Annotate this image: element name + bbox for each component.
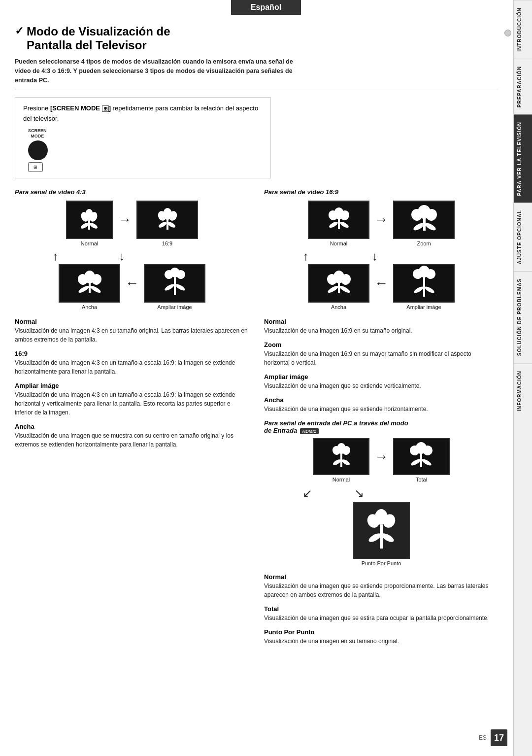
arrow-down-169-43: ↓ xyxy=(119,249,125,263)
title-text: Modo de Visualización dePantalla del Tel… xyxy=(27,25,170,52)
sidebar-tab-introduccion[interactable]: INTRODUCCIÓN xyxy=(514,0,532,59)
pc-section-heading: Para señal de entrada del PC a través de… xyxy=(264,419,499,434)
two-column-layout: Para señal de vídeo 4:3 xyxy=(15,188,499,652)
desc-title-ppp-pc: Punto Por Punto xyxy=(264,628,499,636)
svg-point-28 xyxy=(328,221,338,229)
col-right-169-pc: Para señal de vídeo 16:9 xyxy=(264,188,499,652)
label-ppp-pc: Punto Por Punto xyxy=(362,560,401,566)
screen-mode-key: [SCREEN MODE ⊞] xyxy=(50,104,111,112)
svg-point-46 xyxy=(413,285,424,294)
label-normal-43: Normal xyxy=(81,241,98,246)
desc-text-normal-169: Visualización de una imagen 16:9 en su t… xyxy=(264,326,499,335)
ampliar-image-169 xyxy=(393,264,455,303)
mode-normal-169: Normal xyxy=(308,201,369,246)
mode-169-43: 16:9 xyxy=(136,201,198,246)
tulip-ampliar-43 xyxy=(148,266,202,301)
arrow-down-left-normal-pc: ↙ xyxy=(302,486,312,500)
desc-ancha-169: Ancha Visualización de una imagen que se… xyxy=(264,396,499,413)
tulip-normal-pc xyxy=(322,441,361,473)
scroll-indicator xyxy=(504,30,511,36)
svg-point-16 xyxy=(77,285,90,294)
arrow-down-left-total-pc: ↘ xyxy=(354,486,364,500)
svg-point-10 xyxy=(158,221,167,229)
main-content: ✓ Modo de Visualización dePantalla del T… xyxy=(0,15,513,671)
sidebar-tab-ajuste[interactable]: AJUSTE OPCIONAL xyxy=(514,203,532,271)
pc-heading-part1: Para señal de entrada del PC a través de… xyxy=(264,419,408,427)
mode-ampliar-43: Ampliar imáge xyxy=(144,264,205,310)
label-ampliar-169: Ampliar imáge xyxy=(406,304,441,310)
page-number: 17 xyxy=(491,729,507,746)
svg-point-59 xyxy=(421,458,432,467)
mode-normal-pc: Normal xyxy=(313,438,369,482)
label-ampliar-43: Ampliar imáge xyxy=(157,304,192,310)
heading-43: Para señal de vídeo 4:3 xyxy=(15,188,249,196)
desc-text-normal-43: Visualización de una imagen 4:3 en su ta… xyxy=(15,326,249,344)
tulip-ancha-169 xyxy=(309,269,368,298)
mode-ampliar-169: Ampliar imáge xyxy=(393,264,455,310)
pc-row1: Normal → xyxy=(264,438,499,482)
desc-title-normal-43: Normal xyxy=(15,318,249,325)
tulip-ampliar-169 xyxy=(397,264,451,303)
desc-text-total-pc: Visualización de una imagen que se estir… xyxy=(264,614,499,622)
pc-diagram: Normal → xyxy=(264,438,499,566)
desc-title-zoom-169: Zoom xyxy=(264,341,499,348)
page-footer: ES 17 xyxy=(479,729,507,746)
instruction-box: Presione [SCREEN MODE ⊞] repetidamente p… xyxy=(15,97,271,178)
desc-text-ampliar-43: Visualización de una imagen 4:3 en un ta… xyxy=(15,390,249,417)
sidebar-tab-solucion[interactable]: SOLUCIÓN DE PROBLEMAS xyxy=(514,271,532,363)
sidebar-tab-informacion[interactable]: INFORMACIÓN xyxy=(514,363,532,418)
desc-169-43: 16:9 Visualización de una imagen 4:3 en … xyxy=(15,350,249,376)
sidebar-tab-television[interactable]: PARA VER LA TELEVISIÓN xyxy=(514,114,532,203)
label-total-pc: Total xyxy=(416,477,427,482)
pc-heading-text: Para señal de entrada del PC a través de… xyxy=(264,419,408,434)
svg-point-22 xyxy=(164,283,175,292)
ancha-image-169 xyxy=(308,264,369,303)
arrow-up-ancha-169: ↑ xyxy=(303,249,309,263)
tulip-normal-43 xyxy=(76,205,103,235)
label-zoom-169: Zoom xyxy=(417,241,431,246)
arrow-left-43-bottom: ← xyxy=(125,275,139,291)
mode-normal-43: Normal xyxy=(66,201,113,246)
label-normal-pc: Normal xyxy=(332,477,350,482)
169-image-43 xyxy=(136,201,198,239)
svg-point-47 xyxy=(424,285,435,294)
diagram-169: Normal → xyxy=(264,201,499,310)
desc-normal-43: Normal Visualización de una imagen 4:3 e… xyxy=(15,318,249,344)
mode-zoom-169: Zoom xyxy=(393,201,455,246)
tulip-ppp-pc xyxy=(358,506,405,555)
mode-ancha-169: Ancha xyxy=(308,264,369,310)
normal-image-pc xyxy=(313,438,369,475)
desc-title-ampliar-43: Ampliar imáge xyxy=(15,382,249,389)
diagram-row2-169: Ancha ← xyxy=(264,264,499,310)
mode-total-pc: Total xyxy=(393,438,450,482)
svg-rect-45 xyxy=(423,277,425,297)
svg-point-52 xyxy=(332,458,342,466)
desc-zoom-169: Zoom Visualización de una imagen 16:9 en… xyxy=(264,341,499,367)
desc-ampliar-169: Ampliar imáge Visualización de una image… xyxy=(264,373,499,390)
pc-heading-part2: de Entrada xyxy=(264,427,297,434)
language-header: Español xyxy=(231,0,301,15)
desc-title-ancha-169: Ancha xyxy=(264,396,499,404)
total-image-pc xyxy=(393,438,450,475)
svg-point-53 xyxy=(341,458,351,466)
desc-text-169-43: Visualización de una imagen 4:3 en un ta… xyxy=(15,358,249,376)
desc-title-total-pc: Total xyxy=(264,605,499,613)
diagram-43: Normal → xyxy=(15,201,249,310)
desc-normal-pc: Normal Visualización de una imagen que s… xyxy=(264,573,499,599)
desc-ppp-pc: Punto Por Punto Visualización de una ima… xyxy=(264,628,499,646)
desc-text-ppp-pc: Visualización de una imagen en su tamaño… xyxy=(264,637,499,646)
tulip-ancha-43 xyxy=(60,269,119,298)
normal-image-43 xyxy=(66,201,113,239)
desc-title-normal-169: Normal xyxy=(264,318,499,325)
arrow-up-ancha-43: ↑ xyxy=(53,249,59,263)
arrow-right-169-top: → xyxy=(374,212,388,228)
title-section: ✓ Modo de Visualización dePantalla del T… xyxy=(15,15,499,90)
label-ancha-43: Ancha xyxy=(82,304,97,310)
ppp-image-pc xyxy=(353,502,410,559)
page-subtitle: Pueden seleccionarse 4 tipos de modos de… xyxy=(15,57,310,85)
sidebar-tab-preparacion[interactable]: PREPARACIÓN xyxy=(514,59,532,114)
hdmi-badge: HDMI1 xyxy=(300,428,319,434)
svg-rect-15 xyxy=(89,282,91,293)
pc-arrows-to-ppp: ↙ ↘ xyxy=(264,484,402,502)
svg-point-5 xyxy=(89,222,99,230)
